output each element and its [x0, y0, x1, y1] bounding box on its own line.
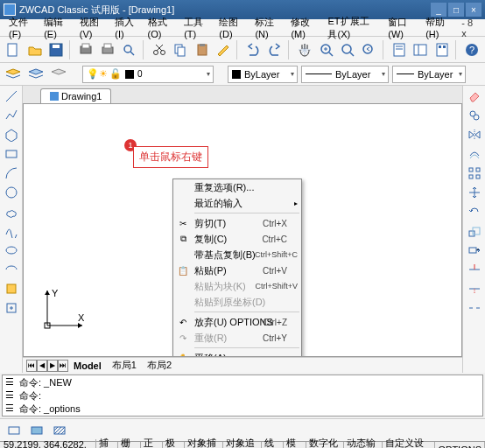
ctx-undo[interactable]: ↶放弃(U) OPTIONSCtrl+Z [173, 314, 301, 330]
revcloud-icon[interactable] [3, 203, 20, 220]
osnap-toggle[interactable]: 对象捕捉 [185, 442, 223, 448]
model-tab[interactable]: Model [68, 360, 107, 371]
ctx-cut[interactable]: ✂剪切(T)Ctrl+X [173, 215, 301, 231]
model-toggle[interactable]: 模型 [284, 442, 306, 448]
layer-select[interactable]: 💡☀🔓0 [82, 66, 214, 83]
properties-button[interactable] [389, 39, 408, 60]
copy-obj-icon[interactable] [466, 107, 483, 124]
pline-icon[interactable] [3, 107, 20, 124]
make-block-icon[interactable] [3, 299, 20, 317]
insert-block-icon[interactable] [3, 280, 20, 298]
menu-view[interactable]: 视图(V) [74, 14, 110, 41]
polygon-icon[interactable] [3, 126, 20, 144]
pan-button[interactable] [295, 39, 314, 60]
match-prop-button[interactable] [214, 39, 233, 60]
mirror-icon[interactable] [466, 126, 483, 144]
mdi-controls[interactable]: - 8 x [456, 16, 481, 40]
ortho-toggle[interactable]: 正交 [141, 442, 163, 448]
spline-icon[interactable] [3, 222, 20, 240]
redo-button[interactable] [265, 39, 285, 60]
find-button[interactable] [119, 39, 138, 60]
color-select[interactable]: ByLayer [228, 66, 298, 83]
ctx-pan[interactable]: ✋平移(A) [173, 350, 301, 357]
design-center-button[interactable] [411, 39, 430, 60]
ctx-copy[interactable]: ⧉复制(C)Ctrl+C [173, 231, 301, 247]
ctx-paste[interactable]: 📋粘贴(P)Ctrl+V [173, 262, 301, 278]
fill-icon[interactable] [26, 420, 47, 441]
menu-format[interactable]: 格式(O) [143, 14, 179, 41]
layer-states-icon[interactable] [26, 65, 46, 84]
layout1-tab[interactable]: 布局1 [107, 359, 142, 372]
tab-nav[interactable]: ⏮◀▶⏭ [26, 360, 68, 372]
drawing-canvas[interactable]: XY 1 单击鼠标右键 重复选项(R)... 最近的输入▸ ✂剪切(T)Ctrl… [23, 103, 462, 357]
break-icon[interactable] [466, 299, 483, 317]
ctx-recent[interactable]: 最近的输入▸ [173, 195, 301, 211]
rect-b-icon[interactable] [4, 420, 25, 441]
snap-toggle[interactable]: 捕捉 [96, 442, 118, 448]
erase-icon[interactable] [466, 88, 483, 105]
drawing-tab[interactable]: Drawing1 [40, 88, 111, 103]
circle-icon[interactable] [3, 184, 20, 201]
array-icon[interactable] [466, 164, 483, 182]
linetype-select[interactable]: ByLayer [301, 66, 389, 83]
menu-file[interactable]: 文件(F) [4, 14, 39, 41]
offset-icon[interactable] [466, 145, 483, 163]
menu-insert[interactable]: 插入(I) [109, 14, 142, 41]
grid-toggle[interactable]: 栅格 [118, 442, 140, 448]
hatch-icon[interactable] [49, 420, 70, 441]
menu-tools[interactable]: 工具(T) [179, 14, 214, 41]
tool-palettes-button[interactable] [432, 39, 451, 60]
copy-button[interactable] [171, 39, 190, 60]
tablet-toggle[interactable]: 数字化仪 [306, 442, 345, 448]
svg-text:X: X [78, 312, 85, 323]
print-preview-button[interactable] [76, 39, 95, 60]
menu-modify[interactable]: 修改(M) [285, 14, 322, 41]
ctx-repeat[interactable]: 重复选项(R)... [173, 179, 301, 195]
help-button[interactable]: ? [462, 39, 481, 60]
move-icon[interactable] [466, 184, 483, 201]
zoom-window-button[interactable] [338, 39, 357, 60]
otrack-toggle[interactable]: 对象追踪 [223, 442, 262, 448]
layer-prev-icon[interactable] [49, 65, 68, 84]
cmd-icon: ☰ [5, 389, 18, 402]
status-bar: 59.2199, 364.6282, 0 捕捉 栅格 正交 极轴 对象捕捉 对象… [0, 441, 485, 448]
ellipse-arc-icon[interactable] [3, 261, 20, 278]
menu-et[interactable]: ET扩展工具(X) [322, 13, 383, 43]
command-window[interactable]: ☰命令: _NEW ☰命令: ☰命令: _options 命令: [2, 374, 483, 416]
custom-btn[interactable]: 自定义设置 ▸ [383, 442, 435, 448]
arc-icon[interactable] [3, 164, 20, 182]
rotate-icon[interactable] [466, 203, 483, 220]
print-button[interactable] [98, 39, 117, 60]
zoom-prev-button[interactable] [359, 39, 378, 60]
line-icon[interactable] [3, 88, 20, 105]
layer-mgr-icon[interactable] [4, 65, 23, 84]
menu-edit[interactable]: 编辑(E) [39, 14, 74, 41]
separator [194, 312, 299, 312]
lwt-toggle[interactable]: 线宽 [262, 442, 284, 448]
menu-draw[interactable]: 绘图(D) [214, 14, 250, 41]
stretch-icon[interactable] [466, 242, 483, 259]
ctx-copybase[interactable]: 带基点复制(B)Ctrl+Shift+C [173, 247, 301, 262]
menu-window[interactable]: 窗口(W) [383, 14, 420, 41]
cut-button[interactable] [149, 39, 168, 60]
svg-point-10 [160, 50, 165, 54]
polar-toggle[interactable]: 极轴 [163, 442, 185, 448]
scale-icon[interactable] [466, 222, 483, 240]
menu-help[interactable]: 帮助(H) [420, 14, 456, 41]
zoom-realtime-button[interactable] [316, 39, 335, 60]
paste-button[interactable] [192, 39, 211, 60]
trim-icon[interactable] [466, 261, 483, 278]
dyn-toggle[interactable]: 动态输入 [344, 442, 383, 448]
menu-dimension[interactable]: 标注(N) [250, 14, 285, 41]
extend-icon[interactable] [466, 280, 483, 298]
layout2-tab[interactable]: 布局2 [142, 359, 177, 372]
open-button[interactable] [25, 39, 44, 60]
rect-icon[interactable] [3, 145, 20, 163]
new-button[interactable] [4, 39, 23, 60]
ellipse-icon[interactable] [3, 242, 20, 259]
lineweight-select[interactable]: ByLayer [392, 66, 466, 83]
undo-button[interactable] [243, 39, 263, 60]
command-prompt[interactable]: 命令: [5, 416, 480, 416]
save-button[interactable] [46, 39, 66, 60]
options-status[interactable]: OPTIONS [435, 442, 485, 448]
